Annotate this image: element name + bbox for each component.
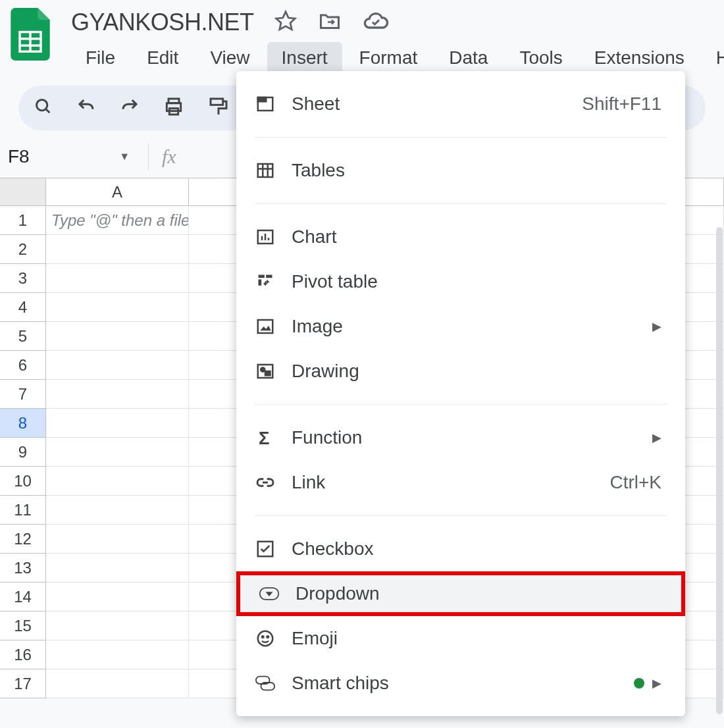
row-header[interactable]: 7 [0, 380, 46, 409]
menu-option-dropdown[interactable]: Dropdown [236, 571, 685, 616]
svg-point-31 [258, 631, 273, 646]
menu-data[interactable]: Data [434, 42, 502, 74]
cell[interactable] [46, 351, 189, 380]
fx-icon[interactable]: fx [162, 145, 176, 168]
cell[interactable] [46, 525, 189, 554]
keyboard-shortcut: Ctrl+K [609, 472, 661, 493]
dropdown-arrow-icon[interactable]: ▼ [119, 151, 130, 163]
menu-option-link[interactable]: LinkCtrl+K [236, 460, 685, 505]
svg-rect-24 [258, 320, 273, 333]
insert-dropdown-menu: SheetShift+F11TablesChartPivot tableImag… [236, 71, 685, 716]
dropdown-icon [259, 583, 280, 604]
row-header[interactable]: 17 [0, 669, 46, 698]
cell[interactable] [46, 467, 189, 496]
row-header[interactable]: 13 [0, 554, 46, 583]
menu-divider [255, 404, 667, 405]
column-header-a[interactable]: A [46, 178, 189, 206]
menu-option-label: Function [292, 427, 652, 448]
row-header[interactable]: 6 [0, 351, 46, 380]
menu-option-label: Sheet [292, 93, 582, 115]
submenu-arrow-icon: ▶ [652, 319, 661, 334]
menu-file[interactable]: File [71, 42, 130, 74]
cell[interactable] [46, 496, 189, 525]
cell[interactable] [46, 380, 189, 409]
menu-edit[interactable]: Edit [132, 42, 193, 74]
menu-insert[interactable]: Insert [267, 42, 342, 74]
cell[interactable]: Type "@" then a file na [46, 206, 189, 235]
cell[interactable] [46, 583, 189, 611]
function-icon: Σ [255, 427, 276, 448]
tables-icon [255, 160, 276, 181]
row-header[interactable]: 15 [0, 611, 46, 640]
menu-option-function[interactable]: ΣFunction▶ [236, 415, 685, 460]
cloud-status-icon[interactable] [363, 8, 389, 37]
cell[interactable] [46, 264, 189, 293]
paint-format-icon[interactable] [208, 96, 229, 120]
image-icon [255, 316, 276, 337]
cell[interactable] [46, 438, 189, 467]
keyboard-shortcut: Shift+F11 [582, 93, 661, 115]
scrollbar-thumb[interactable] [716, 227, 723, 714]
menu-option-pivot-table[interactable]: Pivot table [236, 259, 685, 304]
menu-option-checkbox[interactable]: Checkbox [236, 527, 685, 571]
cell[interactable] [46, 322, 189, 351]
divider [148, 143, 149, 170]
svg-rect-27 [265, 371, 271, 375]
cell[interactable] [46, 235, 189, 264]
cell[interactable] [46, 640, 189, 669]
menu-option-emoji[interactable]: Emoji [236, 616, 685, 661]
row-header[interactable]: 14 [0, 583, 46, 611]
menu-option-tables[interactable]: Tables [236, 148, 685, 193]
cell[interactable] [46, 611, 189, 640]
menu-bar: FileEditViewInsertFormatDataToolsExtensi… [71, 42, 724, 74]
new-indicator-dot [634, 678, 644, 689]
row-header[interactable]: 1 [0, 206, 46, 235]
menu-help[interactable]: Help [702, 42, 724, 74]
row-header[interactable]: 2 [0, 235, 46, 264]
smartchips-icon [255, 673, 276, 694]
row-header[interactable]: 3 [0, 264, 46, 293]
menu-option-label: Tables [292, 160, 661, 181]
row-header[interactable]: 9 [0, 438, 46, 467]
menu-option-smart-chips[interactable]: Smart chips▶ [236, 661, 685, 706]
print-icon[interactable] [163, 96, 184, 120]
menu-option-image[interactable]: Image▶ [236, 304, 685, 349]
redo-icon[interactable] [120, 97, 140, 119]
menu-option-chart[interactable]: Chart [236, 215, 685, 259]
svg-point-5 [37, 100, 47, 111]
cell[interactable] [46, 409, 189, 438]
menu-format[interactable]: Format [345, 42, 432, 74]
svg-rect-23 [266, 275, 272, 278]
row-header[interactable]: 5 [0, 322, 46, 351]
row-header[interactable]: 4 [0, 293, 46, 322]
sheets-app-icon[interactable] [11, 8, 50, 61]
cell[interactable] [46, 293, 189, 322]
svg-rect-13 [258, 164, 273, 177]
undo-icon[interactable] [76, 97, 96, 119]
svg-rect-12 [258, 97, 267, 101]
select-all-corner[interactable] [0, 178, 46, 206]
menu-option-sheet[interactable]: SheetShift+F11 [236, 82, 685, 126]
menu-view[interactable]: View [195, 42, 264, 74]
row-header[interactable]: 10 [0, 467, 46, 496]
svg-point-26 [261, 367, 265, 371]
menu-extensions[interactable]: Extensions [580, 42, 699, 74]
row-header[interactable]: 16 [0, 640, 46, 669]
name-box[interactable]: F8 ▼ [0, 146, 135, 167]
search-icon[interactable] [34, 97, 53, 118]
menu-option-drawing[interactable]: Drawing [236, 349, 685, 394]
row-header[interactable]: 12 [0, 525, 46, 554]
sheet-icon [255, 93, 276, 115]
menu-divider [255, 137, 667, 138]
row-header[interactable]: 8 [0, 409, 46, 438]
link-icon [255, 472, 276, 493]
menu-tools[interactable]: Tools [505, 42, 577, 74]
cell[interactable] [46, 669, 189, 698]
move-folder-icon[interactable] [318, 9, 342, 36]
row-header[interactable]: 11 [0, 496, 46, 525]
document-title[interactable]: GYANKOSH.NET [71, 9, 253, 36]
svg-point-32 [262, 636, 264, 638]
chart-icon [255, 226, 276, 247]
star-icon[interactable] [274, 10, 297, 35]
cell[interactable] [46, 554, 189, 583]
